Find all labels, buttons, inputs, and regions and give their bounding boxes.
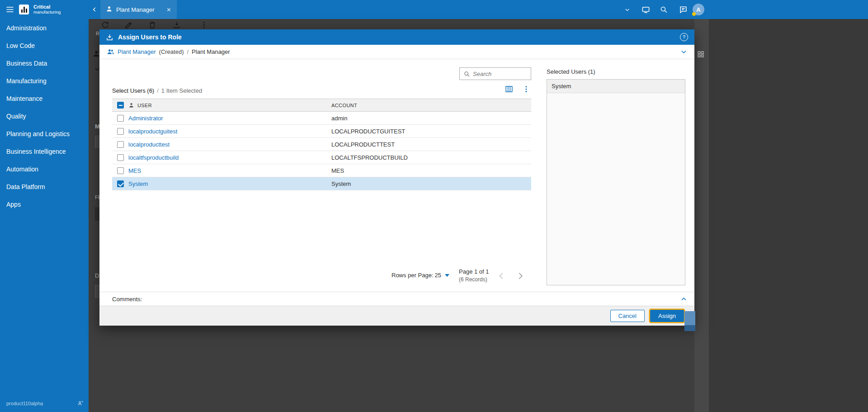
grid-view-icon: [697, 51, 704, 60]
sidebar-item-quality[interactable]: Quality: [0, 107, 89, 125]
table-row[interactable]: localproducttest LOCALPRODUCTTEST: [112, 138, 531, 151]
cancel-button[interactable]: Cancel: [610, 310, 645, 322]
table-tools: [505, 85, 530, 93]
logo-line2: manufacturing: [33, 10, 61, 14]
row-checkbox[interactable]: [117, 141, 124, 148]
selected-user-item[interactable]: System: [547, 80, 685, 93]
assign-users-icon: [106, 33, 113, 41]
search-field-icon: [463, 71, 470, 77]
row-checkbox[interactable]: [117, 115, 124, 122]
help-glyph: ?: [683, 34, 685, 40]
table-row[interactable]: localtfsproductbuild LOCALTFSPRODUCTBUIL…: [112, 151, 531, 164]
rows-per-page-caret-icon[interactable]: [445, 274, 449, 277]
table-menu-kebab-icon[interactable]: [522, 85, 530, 93]
environment-version-label: product110alpha: [6, 401, 43, 406]
user-link[interactable]: localproducttest: [128, 141, 170, 148]
hamburger-menu-icon[interactable]: [5, 5, 14, 14]
sidebar-item-planning-and-logistics[interactable]: Planning and Logistics: [0, 125, 89, 142]
selection-separator: /: [157, 87, 159, 94]
dimmed-right-area: [709, 19, 868, 412]
sidebar-item-administration[interactable]: Administration: [0, 19, 89, 37]
sidebar-item-business-data[interactable]: Business Data: [0, 54, 89, 72]
top-bar: Plant Manager A: [0, 0, 868, 19]
breadcrumb-entity-link[interactable]: Plant Manager: [118, 48, 156, 55]
sidebar-item-maintenance[interactable]: Maintenance: [0, 90, 89, 107]
chevron-down-icon[interactable]: [622, 0, 632, 19]
next-page-icon[interactable]: [515, 271, 525, 283]
items-selected-label: 1 Item Selected: [161, 87, 202, 94]
field-label-fragment: D: [95, 272, 99, 279]
sidebar-nav: Administration Low Code Business Data Ma…: [0, 19, 89, 213]
logo-text: Critical manufacturing: [33, 5, 61, 14]
previous-page-icon[interactable]: [496, 271, 506, 283]
avatar[interactable]: A: [693, 4, 704, 15]
sidebar-item-apps[interactable]: Apps: [0, 195, 89, 213]
row-checkbox[interactable]: [117, 154, 124, 161]
user-link[interactable]: Administrator: [128, 115, 163, 122]
assign-users-dialog: Assign Users to Role ? Plant Manager (Cr…: [99, 29, 694, 326]
help-icon[interactable]: ?: [680, 33, 688, 41]
row-checkbox[interactable]: [117, 128, 124, 135]
user-link[interactable]: localtfsproductbuild: [128, 154, 179, 161]
tab-label: Plant Manager: [116, 6, 155, 13]
avatar-initial: A: [696, 6, 700, 13]
user-link[interactable]: MES: [128, 167, 141, 174]
comments-label: Comments:: [112, 296, 142, 303]
rows-per-page-value: 25: [435, 272, 441, 279]
sidebar-item-business-intelligence[interactable]: Business Intelligence: [0, 142, 89, 160]
status-dot: [692, 12, 696, 16]
page-info: Page 1 of 1 (6 Records): [459, 268, 489, 283]
user-signal-icon[interactable]: [77, 400, 84, 407]
comments-section: Comments:: [99, 292, 694, 306]
sidebar-item-manufacturing[interactable]: Manufacturing: [0, 72, 89, 90]
sidebar-item-data-platform[interactable]: Data Platform: [0, 178, 89, 195]
tab-strip: Plant Manager: [89, 0, 177, 19]
table-row[interactable]: MES MES: [112, 164, 531, 177]
tab-plant-manager[interactable]: Plant Manager: [100, 0, 177, 19]
user-column-icon: [128, 102, 134, 108]
account-cell: LOCALPRODUCTTEST: [331, 141, 531, 148]
dimmed-floating-button: [684, 311, 695, 331]
dialog-body: Select Users (6)/1 Item Selected USER AC…: [99, 59, 694, 292]
user-link[interactable]: System: [128, 180, 148, 187]
table-row[interactable]: Administrator admin: [112, 112, 531, 125]
select-users-label: Select Users (6): [112, 87, 154, 94]
breadcrumb-collapse-chevron-icon[interactable]: [680, 48, 687, 55]
select-all-checkbox[interactable]: [117, 102, 124, 109]
messages-icon[interactable]: [678, 0, 689, 19]
search-icon[interactable]: [658, 0, 669, 19]
assign-button[interactable]: Assign: [650, 310, 684, 322]
dialog-title: Assign Users to Role: [118, 33, 182, 41]
sidebar: Critical manufacturing Administration Lo…: [0, 0, 89, 412]
dimmed-right-strip: [694, 19, 709, 412]
account-column-header[interactable]: ACCOUNT: [331, 103, 531, 108]
account-cell: System: [331, 180, 531, 187]
breadcrumb: Plant Manager (Created) / Plant Manager: [99, 45, 694, 59]
user-column-header[interactable]: USER: [128, 102, 331, 108]
row-checkbox[interactable]: [117, 167, 124, 174]
table-row[interactable]: localproductguitest LOCALPRODUCTGUITEST: [112, 125, 531, 138]
critical-manufacturing-logo-icon: [19, 5, 29, 14]
display-icon[interactable]: [640, 0, 651, 19]
comments-collapse-chevron-icon[interactable]: [680, 296, 687, 303]
breadcrumb-state: (Created): [159, 48, 184, 55]
search-input[interactable]: [473, 71, 527, 77]
sidebar-item-automation[interactable]: Automation: [0, 160, 89, 178]
breadcrumb-current: Plant Manager: [192, 48, 230, 55]
user-tab-icon: [106, 5, 113, 14]
column-settings-icon[interactable]: [505, 85, 513, 93]
sidebar-footer: product110alpha: [6, 400, 84, 407]
rows-per-page[interactable]: Rows per Page:25: [392, 272, 449, 279]
table-row-selected[interactable]: System System: [112, 177, 531, 190]
account-cell: admin: [331, 115, 531, 122]
tab-close-icon[interactable]: [166, 7, 171, 12]
tab-scroll-left-icon[interactable]: [89, 0, 100, 19]
row-checkbox[interactable]: [117, 180, 124, 187]
sidebar-item-low-code[interactable]: Low Code: [0, 37, 89, 54]
breadcrumb-separator: /: [187, 48, 189, 55]
search-box: [459, 67, 531, 80]
selected-users-title: Selected Users (1): [547, 68, 595, 75]
dialog-header: Assign Users to Role ?: [99, 29, 694, 45]
records-label: (6 Records): [459, 276, 489, 283]
user-link[interactable]: localproductguitest: [128, 128, 177, 135]
